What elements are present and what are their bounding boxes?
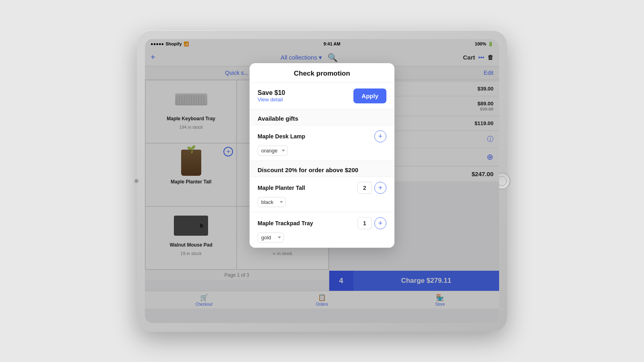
discount-item-header: Maple Planter Tall + <box>258 182 386 194</box>
discount-item-name: Maple Planter Tall <box>258 185 305 191</box>
variant-select: black white brown <box>258 197 386 207</box>
modal-overlay[interactable]: Check promotion Save $10 View detail App… <box>145 39 499 323</box>
discount-item-header: Maple Trackpad Tray + <box>258 217 386 229</box>
apply-button[interactable]: Apply <box>353 88 386 103</box>
ipad-screen: ●●●●● Shopify 📶 9:41 AM 100% 🔋 + All col… <box>145 39 499 323</box>
modal-title: Check promotion <box>258 70 386 78</box>
ipad-frame: ●●●●● Shopify 📶 9:41 AM 100% 🔋 + All col… <box>137 30 507 332</box>
discount-item-variant-select[interactable]: black white brown <box>258 197 286 207</box>
gift-item: Maple Desk Lamp + orange black white <box>250 125 394 161</box>
promo-save-label: Save $10 <box>258 89 285 97</box>
check-promotion-modal: Check promotion Save $10 View detail App… <box>250 63 394 248</box>
discount-item: Maple Trackpad Tray + gold silver black <box>250 212 394 248</box>
add-qty-button[interactable]: + <box>374 217 386 229</box>
discount-item-variant-select[interactable]: gold silver black <box>258 232 284 243</box>
promo-left: Save $10 View detail <box>258 89 285 103</box>
add-qty-button[interactable]: + <box>374 182 386 194</box>
variant-select: gold silver black <box>258 232 386 243</box>
variant-select: orange black white <box>258 146 386 156</box>
qty-input[interactable] <box>357 182 372 194</box>
camera-dot <box>134 179 138 183</box>
add-gift-button[interactable]: + <box>374 130 386 142</box>
view-detail-link[interactable]: View detail <box>258 97 285 103</box>
discount-item: Maple Planter Tall + black white brown <box>250 177 394 212</box>
gift-item-header: Maple Desk Lamp + <box>258 130 386 142</box>
discount-item-name: Maple Trackpad Tray <box>258 220 313 226</box>
promotion-row: Save $10 View detail Apply <box>250 83 394 109</box>
available-gifts-title: Available gifts <box>250 109 394 125</box>
qty-input[interactable] <box>357 217 372 229</box>
modal-header: Check promotion <box>250 63 394 83</box>
discount-title: Discount 20% for order above $200 <box>250 161 394 177</box>
qty-controls: + <box>357 217 386 229</box>
gift-variant-select[interactable]: orange black white <box>258 146 288 156</box>
qty-controls: + <box>357 182 386 194</box>
gift-name: Maple Desk Lamp <box>258 133 305 140</box>
